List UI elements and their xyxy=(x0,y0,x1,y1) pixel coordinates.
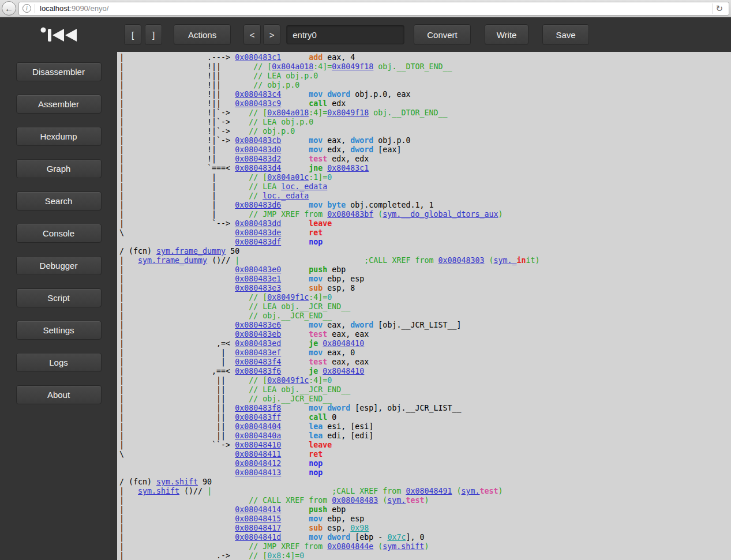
asm-text: // [ xyxy=(249,376,267,385)
address-link[interactable]: 0x080483f6 xyxy=(235,367,281,375)
address-link[interactable]: 0x080483f8 xyxy=(235,404,281,412)
address-link[interactable]: sym._ xyxy=(494,256,517,265)
address-link[interactable]: 0x080483d6 xyxy=(235,201,281,209)
address-link[interactable]: 0x080483c9 xyxy=(235,99,281,108)
address-link[interactable]: 0x804a018 xyxy=(272,62,313,71)
address-link[interactable]: 0x08048417 xyxy=(235,524,281,532)
sidebar-item-about[interactable]: About xyxy=(16,385,102,404)
address-link[interactable]: 0x080483e3 xyxy=(235,284,281,292)
asm-text: ( xyxy=(378,496,387,505)
value-link[interactable]: 0x8 xyxy=(267,551,281,560)
address-link[interactable]: 0x08048413 xyxy=(235,468,281,477)
address-link[interactable]: 0x08048415 xyxy=(235,514,281,523)
address-link[interactable]: 0x080483dd xyxy=(235,219,281,228)
asm-text: 0 xyxy=(327,413,336,422)
disassembly-pane[interactable]: | .---> 0x080483c1 add eax, 4 | !|| // [… xyxy=(117,52,731,560)
sidebar-item-assembler[interactable]: Assembler xyxy=(16,95,102,114)
back-button[interactable]: ← xyxy=(2,1,16,16)
address-link[interactable]: 0x0804844e xyxy=(327,542,373,551)
sidebar-item-search[interactable]: Search xyxy=(16,191,102,211)
address-link[interactable]: 0x804a018 xyxy=(267,108,309,117)
asm-text: // LEA obj.__JCR_END__ xyxy=(249,385,350,394)
asm-text: ( xyxy=(373,542,383,551)
address-link[interactable]: 0x080483e0 xyxy=(235,265,281,274)
address-link[interactable]: sym.shift xyxy=(383,542,424,551)
reload-button[interactable]: ↻ xyxy=(713,3,725,14)
convert-button[interactable]: Convert xyxy=(414,24,471,45)
address-link[interactable]: 0x08048491 xyxy=(406,487,452,495)
address-link[interactable]: 0x080483d2 xyxy=(235,155,281,163)
address-link[interactable]: 0x08048303 xyxy=(438,256,484,265)
address-link[interactable]: 0x08048404 xyxy=(235,422,281,431)
asm-text xyxy=(281,265,309,274)
address-link[interactable]: sym. xyxy=(461,487,479,495)
sidebar-item-debugger[interactable]: Debugger xyxy=(16,256,102,275)
info-icon[interactable]: i xyxy=(23,4,31,13)
sidebar-item-disassembler[interactable]: Disassembler xyxy=(16,62,102,81)
address-link[interactable]: 0x080483ed xyxy=(235,339,281,348)
address-link[interactable]: 0x8049f18 xyxy=(332,62,373,71)
address-link[interactable]: 0x080483df xyxy=(235,238,281,246)
address-link[interactable]: 0x08048414 xyxy=(235,505,281,514)
sidebar-item-logs[interactable]: Logs xyxy=(16,353,102,372)
value-link[interactable]: 0x7c xyxy=(387,533,406,542)
address-link[interactable]: 0x080483c1 xyxy=(235,53,281,62)
seek-input[interactable] xyxy=(286,25,404,44)
write-button[interactable]: Write xyxy=(485,24,529,45)
url-bar[interactable]: i localhost :9090/enyo/ ↻ xyxy=(18,2,729,16)
seek-prev-button[interactable]: < xyxy=(243,24,261,45)
address-link[interactable]: 0x080483e1 xyxy=(235,275,281,283)
address-link[interactable]: 0x8049f1c xyxy=(267,293,309,302)
actions-button[interactable]: Actions xyxy=(174,24,231,45)
address-link[interactable]: 0x8049f18 xyxy=(327,108,369,117)
address-link[interactable]: sym.shift xyxy=(156,478,198,486)
asm-text xyxy=(281,238,309,246)
address-link[interactable]: sym.shift xyxy=(138,487,179,495)
address-link[interactable]: loc._edata xyxy=(263,191,309,200)
address-link[interactable]: 0x080483ef xyxy=(235,348,281,357)
asm-text: [obj.__JCR_LIST__] xyxy=(373,321,461,329)
address-link[interactable]: 0x080483e6 xyxy=(235,321,281,329)
address-link[interactable]: sym.frame_dummy xyxy=(138,256,207,265)
address-link[interactable]: sym. xyxy=(387,496,406,505)
address-link[interactable]: 0x080483d0 xyxy=(235,145,281,154)
address-link[interactable]: 0x8048410 xyxy=(323,339,364,348)
address-link[interactable]: 0x080483f4 xyxy=(235,358,281,366)
address-link[interactable]: 0x080483c4 xyxy=(235,90,281,99)
bracket-close-button[interactable]: ] xyxy=(145,24,162,45)
sidebar-item-graph[interactable]: Graph xyxy=(16,159,102,178)
asm-text: / (fcn) xyxy=(119,247,156,255)
address-link[interactable]: 0x08048410 xyxy=(235,441,281,449)
asm-text: ;CALL XREF from xyxy=(332,487,406,495)
save-button[interactable]: Save xyxy=(542,24,588,45)
address-link[interactable]: 0x0804840a xyxy=(235,431,281,440)
asm-text: ) xyxy=(424,542,429,551)
sidebar-item-console[interactable]: Console xyxy=(16,224,102,243)
sidebar-item-settings[interactable]: Settings xyxy=(16,321,102,340)
asm-text xyxy=(281,459,309,468)
seek-next-button[interactable]: > xyxy=(263,24,280,45)
sidebar-item-hexdump[interactable]: Hexdump xyxy=(16,127,102,146)
address-link[interactable]: 0x080483ff xyxy=(235,413,281,422)
address-link[interactable]: 0x804a01c xyxy=(267,173,309,182)
address-link[interactable]: sym.frame_dummy xyxy=(156,247,226,255)
address-link[interactable]: 0x08048412 xyxy=(235,459,281,468)
asm-text: // JMP XREF from xyxy=(249,542,327,551)
value-link[interactable]: 0x98 xyxy=(350,524,369,532)
bracket-open-button[interactable]: [ xyxy=(124,24,141,45)
address-link[interactable]: loc._edata xyxy=(281,182,327,191)
address-link[interactable]: 0x08048483 xyxy=(332,496,378,505)
sidebar-item-script[interactable]: Script xyxy=(16,288,102,307)
address-link[interactable]: 0x080483eb xyxy=(235,330,281,339)
address-link[interactable]: 0x080483de xyxy=(235,228,281,237)
address-link[interactable]: 0x080483bf xyxy=(327,210,373,219)
address-link[interactable]: 0x8049f1c xyxy=(267,376,309,385)
address-link[interactable]: 0x080483d4 xyxy=(235,164,281,172)
address-link[interactable]: 0x08048411 xyxy=(235,450,281,458)
address-link[interactable]: 0x80483c1 xyxy=(327,164,369,172)
main-panel: [ ] Actions < > Convert Write Save | .--… xyxy=(117,17,731,560)
address-link[interactable]: 0x8048410 xyxy=(323,367,364,375)
address-link[interactable]: 0x080483cb xyxy=(235,136,281,145)
address-link[interactable]: sym.__do_global_dtors_aux xyxy=(383,210,498,219)
address-link[interactable]: 0x0804841d xyxy=(235,533,281,542)
